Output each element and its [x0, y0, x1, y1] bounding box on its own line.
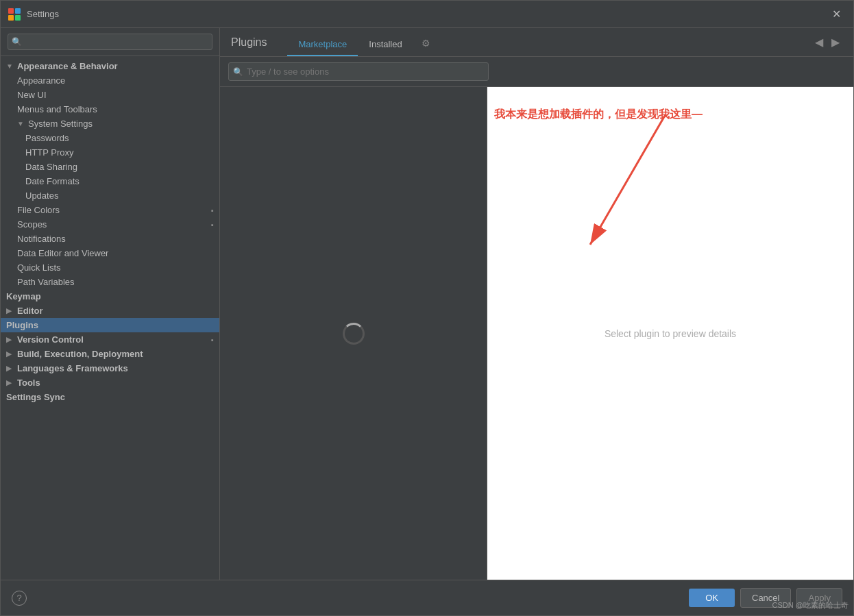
plugin-preview-panel: Select plugin to preview details [487, 87, 853, 580]
annotation-text: 我本来是想加载插件的，但是发现我这里— [494, 108, 703, 122]
sidebar-item-data-sharing[interactable]: Data Sharing [1, 160, 219, 174]
plugins-list [220, 87, 487, 580]
expand-arrow-lang: ▶ [6, 365, 14, 372]
plugins-header: Plugins Marketplace Installed ⚙ ◀ ▶ [220, 28, 853, 57]
sidebar-item-file-colors[interactable]: File Colors ▪ [1, 203, 219, 217]
plugins-search-input[interactable] [228, 62, 489, 81]
sidebar-item-updates[interactable]: Updates [1, 188, 219, 203]
back-button[interactable]: ◀ [812, 34, 826, 50]
sidebar-item-settings-sync[interactable]: Settings Sync [1, 390, 219, 404]
sidebar-item-keymap[interactable]: Keymap [1, 289, 219, 304]
loading-spinner [343, 323, 365, 345]
sidebar-item-appearance-behavior[interactable]: ▼ Appearance & Behavior [1, 59, 219, 73]
expand-arrow-editor: ▶ [6, 307, 14, 315]
help-button[interactable]: ? [12, 591, 27, 606]
expand-arrow-vc: ▶ [6, 336, 14, 343]
header-navigation: ◀ ▶ [812, 34, 842, 56]
sidebar-tree: ▼ Appearance & Behavior Appearance New U… [1, 56, 219, 580]
sidebar-item-data-editor-viewer[interactable]: Data Editor and Viewer [1, 246, 219, 260]
svg-rect-2 [8, 15, 14, 21]
app-icon [8, 8, 21, 21]
sidebar-item-tools[interactable]: ▶ Tools [1, 375, 219, 390]
sidebar-item-path-variables[interactable]: Path Variables [1, 275, 219, 289]
sidebar-item-passwords[interactable]: Passwords [1, 131, 219, 145]
bottom-bar: ? OK Cancel Apply [1, 580, 853, 615]
expand-arrow-tools: ▶ [6, 379, 14, 386]
tabs-area: Marketplace Installed ⚙ [287, 34, 812, 56]
sidebar-item-scopes[interactable]: Scopes ▪ [1, 217, 219, 232]
settings-window: Settings ✕ 🔍 ▼ Appearance & Behavior App… [0, 0, 854, 616]
scopes-badge: ▪ [211, 221, 214, 229]
sidebar-item-appearance[interactable]: Appearance [1, 73, 219, 88]
tab-marketplace[interactable]: Marketplace [287, 34, 358, 56]
sidebar-item-version-control[interactable]: ▶ Version Control ▪ [1, 332, 219, 347]
sidebar-item-http-proxy[interactable]: HTTP Proxy [1, 145, 219, 160]
plugins-search-icon: 🔍 [233, 67, 243, 77]
expand-arrow-build: ▶ [6, 350, 14, 358]
sidebar-item-plugins[interactable]: Plugins [1, 318, 219, 332]
annotation-arrow [522, 94, 727, 279]
window-title: Settings [27, 9, 827, 19]
gear-icon[interactable]: ⚙ [419, 35, 433, 56]
sidebar-item-build-execution[interactable]: ▶ Build, Execution, Deployment [1, 347, 219, 361]
sidebar-item-quick-lists[interactable]: Quick Lists [1, 260, 219, 275]
sidebar-item-languages-frameworks[interactable]: ▶ Languages & Frameworks [1, 361, 219, 375]
sidebar-item-new-ui[interactable]: New UI [1, 88, 219, 102]
sidebar-search-icon: 🔍 [12, 37, 22, 47]
select-plugin-hint: Select plugin to preview details [605, 328, 736, 339]
plugins-title: Plugins [231, 36, 267, 54]
sidebar-search-area: 🔍 [1, 28, 219, 56]
svg-line-5 [590, 114, 666, 245]
watermark: CSDN @吃素的哈士奇 [772, 600, 849, 611]
sidebar-search-input[interactable] [8, 34, 212, 50]
bottom-left: ? [12, 591, 27, 606]
svg-rect-3 [15, 15, 21, 21]
spinner-animation [343, 323, 365, 345]
tab-installed[interactable]: Installed [358, 34, 413, 56]
right-panel: Plugins Marketplace Installed ⚙ ◀ ▶ 🔍 [220, 28, 853, 580]
svg-rect-0 [8, 8, 14, 14]
ok-button[interactable]: OK [689, 589, 735, 607]
sidebar-item-notifications[interactable]: Notifications [1, 232, 219, 246]
plugins-search-bar: 🔍 [220, 57, 853, 87]
main-content: 🔍 ▼ Appearance & Behavior Appearance New… [1, 28, 853, 580]
sidebar-item-system-settings[interactable]: ▼ System Settings [1, 116, 219, 131]
vc-badge: ▪ [211, 336, 214, 344]
sidebar: 🔍 ▼ Appearance & Behavior Appearance New… [1, 28, 220, 580]
close-button[interactable]: ✕ [827, 5, 846, 23]
file-colors-badge: ▪ [211, 206, 214, 214]
forward-button[interactable]: ▶ [829, 34, 842, 50]
expand-arrow-system: ▼ [17, 120, 25, 127]
expand-arrow: ▼ [6, 62, 14, 70]
sidebar-item-editor[interactable]: ▶ Editor [1, 304, 219, 318]
svg-rect-1 [15, 8, 21, 14]
sidebar-item-date-formats[interactable]: Date Formats [1, 174, 219, 188]
title-bar: Settings ✕ [1, 1, 853, 28]
sidebar-item-menus-toolbars[interactable]: Menus and Toolbars [1, 102, 219, 116]
plugins-body: Select plugin to preview details [220, 87, 853, 580]
